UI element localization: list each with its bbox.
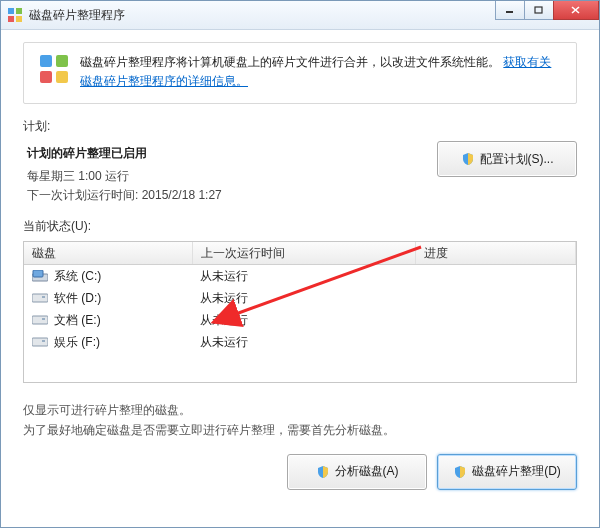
drive-icon: [32, 270, 48, 282]
maximize-button[interactable]: [524, 1, 554, 20]
app-icon: [7, 7, 23, 23]
analyze-disk-label: 分析磁盘(A): [335, 463, 399, 480]
disk-name: 文档 (E:): [54, 312, 101, 329]
disk-name: 系统 (C:): [54, 268, 101, 285]
svg-rect-1: [16, 8, 22, 14]
col-disk-header[interactable]: 磁盘: [24, 242, 193, 264]
table-row[interactable]: 系统 (C:)从未运行: [24, 265, 576, 287]
svg-rect-13: [33, 270, 43, 277]
titlebar[interactable]: 磁盘碎片整理程序: [1, 1, 599, 30]
svg-rect-18: [32, 338, 48, 346]
schedule-section-label: 计划:: [23, 118, 577, 135]
window-title: 磁盘碎片整理程序: [29, 7, 125, 24]
svg-rect-14: [32, 294, 48, 302]
defrag-icon: [38, 53, 70, 85]
schedule-frequency: 每星期三 1:00 运行: [27, 168, 437, 185]
action-row: 分析磁盘(A) 磁盘碎片整理(D): [23, 454, 577, 490]
last-run: 从未运行: [200, 290, 248, 307]
close-button[interactable]: [553, 1, 599, 20]
drive-icon: [32, 336, 48, 348]
footer-note: 仅显示可进行碎片整理的磁盘。 为了最好地确定磁盘是否需要立即进行碎片整理，需要首…: [23, 401, 577, 439]
table-row[interactable]: 娱乐 (F:)从未运行: [24, 331, 576, 353]
status-section-label: 当前状态(U):: [23, 218, 577, 235]
configure-schedule-button[interactable]: 配置计划(S)...: [437, 141, 577, 177]
svg-rect-5: [535, 7, 542, 13]
schedule-row: 计划的碎片整理已启用 每星期三 1:00 运行 下一次计划运行时间: 2015/…: [23, 141, 577, 206]
shield-icon: [453, 465, 467, 479]
svg-rect-19: [42, 340, 45, 342]
drive-icon: [32, 314, 48, 326]
analyze-disk-button[interactable]: 分析磁盘(A): [287, 454, 427, 490]
footer-line-1: 仅显示可进行碎片整理的磁盘。: [23, 401, 577, 420]
table-header: 磁盘 上一次运行时间 进度: [24, 242, 576, 265]
schedule-info: 计划的碎片整理已启用 每星期三 1:00 运行 下一次计划运行时间: 2015/…: [23, 141, 437, 206]
footer-line-2: 为了最好地确定磁盘是否需要立即进行碎片整理，需要首先分析磁盘。: [23, 421, 577, 440]
shield-icon: [316, 465, 330, 479]
content-area: 磁盘碎片整理程序将计算机硬盘上的碎片文件进行合并，以改进文件系统性能。 获取有关…: [1, 30, 599, 490]
svg-rect-3: [16, 16, 22, 22]
info-panel: 磁盘碎片整理程序将计算机硬盘上的碎片文件进行合并，以改进文件系统性能。 获取有关…: [23, 42, 577, 104]
col-last-run-header[interactable]: 上一次运行时间: [193, 242, 416, 264]
svg-rect-16: [32, 316, 48, 324]
disk-table: 磁盘 上一次运行时间 进度 系统 (C:)从未运行软件 (D:)从未运行文档 (…: [23, 241, 577, 383]
disk-name: 软件 (D:): [54, 290, 101, 307]
svg-rect-9: [56, 55, 68, 67]
drive-icon: [32, 292, 48, 304]
defragment-disk-label: 磁盘碎片整理(D): [472, 463, 561, 480]
table-row[interactable]: 软件 (D:)从未运行: [24, 287, 576, 309]
app-window: 磁盘碎片整理程序 磁盘碎片整理程序: [0, 0, 600, 528]
table-body: 系统 (C:)从未运行软件 (D:)从未运行文档 (E:)从未运行娱乐 (F:)…: [24, 265, 576, 353]
last-run: 从未运行: [200, 334, 248, 351]
svg-rect-2: [8, 16, 14, 22]
window-controls: [496, 1, 599, 20]
disk-name: 娱乐 (F:): [54, 334, 100, 351]
svg-rect-11: [56, 71, 68, 83]
last-run: 从未运行: [200, 268, 248, 285]
shield-icon: [461, 152, 475, 166]
schedule-next-run: 下一次计划运行时间: 2015/2/18 1:27: [27, 187, 437, 204]
last-run: 从未运行: [200, 312, 248, 329]
svg-rect-0: [8, 8, 14, 14]
col-progress-header[interactable]: 进度: [416, 242, 576, 264]
schedule-heading: 计划的碎片整理已启用: [27, 145, 437, 162]
schedule-actions: 配置计划(S)...: [437, 141, 577, 177]
svg-rect-15: [42, 296, 45, 298]
table-row[interactable]: 文档 (E:)从未运行: [24, 309, 576, 331]
svg-rect-10: [40, 71, 52, 83]
info-text: 磁盘碎片整理程序将计算机硬盘上的碎片文件进行合并，以改进文件系统性能。: [80, 55, 500, 69]
svg-rect-17: [42, 318, 45, 320]
info-description: 磁盘碎片整理程序将计算机硬盘上的碎片文件进行合并，以改进文件系统性能。 获取有关…: [80, 53, 562, 91]
svg-rect-8: [40, 55, 52, 67]
configure-schedule-label: 配置计划(S)...: [480, 151, 554, 168]
defragment-disk-button[interactable]: 磁盘碎片整理(D): [437, 454, 577, 490]
minimize-button[interactable]: [495, 1, 525, 20]
